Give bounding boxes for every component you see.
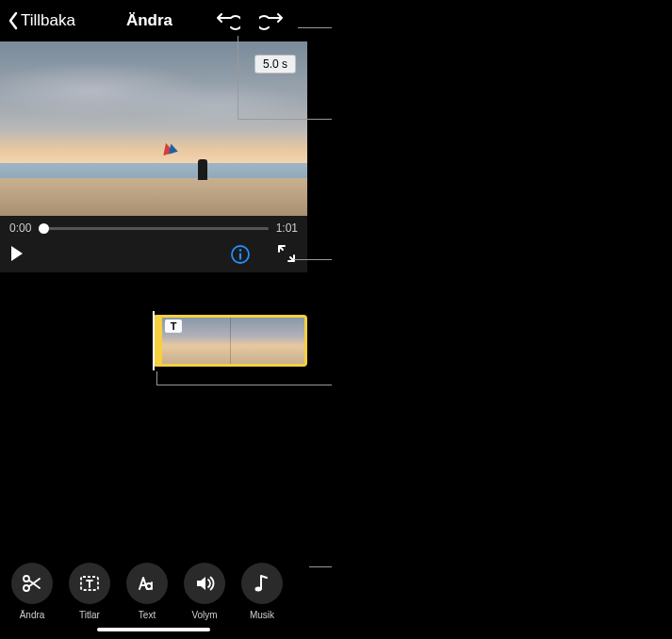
tool-edit[interactable]: Ändra — [11, 563, 53, 620]
callout-line — [294, 259, 332, 260]
titles-icon — [78, 572, 101, 595]
volume-icon — [193, 572, 216, 595]
tool-music[interactable]: Musik — [241, 563, 283, 620]
scissors-icon — [21, 572, 43, 595]
back-label: Tillbaka — [21, 11, 75, 30]
page-title: Ändra — [126, 11, 172, 30]
preview-beach — [0, 178, 307, 216]
playback-bar: 0:00 1:01 — [0, 216, 307, 272]
tool-titles[interactable]: Titlar — [69, 563, 110, 620]
preview-kite — [158, 139, 181, 161]
time-total: 1:01 — [276, 221, 298, 235]
back-button[interactable]: Tillbaka — [8, 11, 75, 30]
fullscreen-icon — [277, 244, 296, 263]
text-icon — [136, 572, 158, 595]
clip-thumbnail — [231, 318, 305, 364]
callout-line — [238, 36, 238, 119]
undo-icon — [216, 10, 240, 31]
timeline[interactable]: T — [0, 315, 307, 367]
fullscreen-button[interactable] — [277, 244, 298, 265]
text-overlay-badge: T — [165, 320, 182, 333]
tool-label: Musik — [250, 610, 274, 620]
play-icon — [9, 245, 25, 262]
tool-volume[interactable]: Volym — [184, 563, 225, 620]
callout-line — [156, 371, 157, 385]
callout-line — [156, 385, 332, 385]
preview-person — [198, 159, 207, 180]
svg-point-1 — [239, 249, 242, 252]
callout-line — [298, 27, 332, 28]
timeline-clip[interactable]: T — [153, 315, 307, 367]
callout-line — [309, 566, 332, 567]
home-indicator[interactable] — [97, 628, 210, 631]
header-bar: Tillbaka Ändra — [0, 0, 672, 41]
redo-icon — [259, 10, 284, 31]
duration-badge: 5.0 s — [254, 55, 296, 74]
tool-label: Volym — [191, 610, 217, 620]
video-preview[interactable]: 5.0 s — [0, 41, 307, 216]
chevron-left-icon — [8, 11, 19, 30]
playhead[interactable] — [153, 311, 155, 370]
tool-text[interactable]: Text — [126, 563, 168, 620]
play-button[interactable] — [9, 245, 28, 264]
scrubber[interactable] — [39, 227, 268, 230]
time-current: 0:00 — [9, 221, 31, 235]
callout-line — [238, 119, 332, 120]
bottom-toolbar: Ändra Titlar Text — [0, 563, 307, 620]
undo-button[interactable] — [214, 7, 242, 35]
scrubber-handle[interactable] — [39, 223, 49, 234]
svg-rect-2 — [239, 254, 241, 260]
tool-label: Titlar — [79, 610, 100, 620]
redo-button[interactable] — [257, 7, 286, 35]
tool-label: Ändra — [20, 610, 45, 620]
info-icon — [230, 244, 251, 265]
info-button[interactable] — [230, 244, 251, 265]
music-icon — [251, 572, 273, 595]
tool-label: Text — [139, 610, 156, 620]
